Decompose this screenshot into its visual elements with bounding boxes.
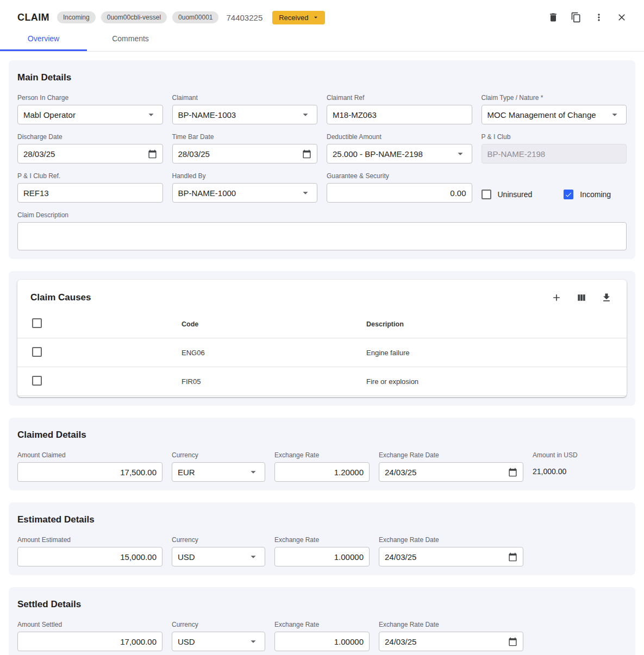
more-menu-button[interactable]: [593, 11, 605, 23]
handled-by-field: Handled By BP-NAME-1000: [172, 172, 318, 203]
pi-club-ref-field: P & I Club Ref.: [17, 172, 163, 203]
deductible-amount-field: Deductible Amount 25.000 - BP-NAME-2198: [327, 133, 472, 163]
pi-club-ref-input[interactable]: [23, 188, 157, 198]
person-in-charge-select[interactable]: Mabl Operator: [17, 105, 163, 124]
deductible-amount-select[interactable]: 25.000 - BP-NAME-2198: [327, 144, 472, 163]
amount-estimated-input[interactable]: [23, 552, 157, 562]
kebab-menu-icon: [593, 12, 604, 23]
claimant-ref-input[interactable]: [333, 110, 466, 119]
add-cause-button[interactable]: [551, 292, 562, 304]
time-bar-date-input[interactable]: [178, 149, 303, 159]
download-button[interactable]: [601, 292, 612, 304]
calendar-icon[interactable]: [148, 149, 157, 159]
discharge-date-input[interactable]: [23, 149, 148, 159]
estimated-currency-select[interactable]: USD: [172, 547, 265, 566]
column-header-description: Description: [358, 310, 627, 338]
field-label: Guarantee & Security: [327, 172, 472, 180]
select-all-checkbox[interactable]: [32, 318, 42, 328]
guarantee-security-input[interactable]: [333, 188, 466, 198]
tab-bar: Overview Comments: [0, 27, 644, 52]
claim-type-field: Claim Type / Nature * MOC Management of …: [482, 94, 627, 124]
settled-exchange-rate-input[interactable]: [280, 637, 364, 646]
close-icon: [616, 12, 627, 23]
amount-claimed-input[interactable]: [23, 468, 157, 477]
uninsured-checkbox-row[interactable]: Uninsured: [482, 190, 533, 199]
status-badge[interactable]: Received: [272, 11, 325, 24]
estimated-exchange-rate-input[interactable]: [280, 552, 364, 562]
field-label: Claim Type / Nature *: [482, 94, 627, 102]
field-label: Exchange Rate: [274, 451, 370, 459]
claim-causes-card: Claim Causes: [17, 280, 627, 397]
chevron-down-icon: [609, 109, 621, 121]
settled-currency-select[interactable]: USD: [172, 632, 265, 651]
claimed-details-panel: Claimed Details Amount Claimed Currency …: [9, 418, 635, 490]
amount-settled-input[interactable]: [23, 637, 157, 646]
table-row[interactable]: FIR05 Fire or explosion: [17, 367, 627, 396]
section-title-settled-details: Settled Details: [17, 599, 627, 610]
field-label: Exchange Rate: [274, 536, 370, 544]
tab-comments[interactable]: Comments: [87, 27, 174, 51]
field-label: Exchange Rate Date: [379, 451, 523, 459]
download-icon: [601, 292, 612, 303]
handled-by-select[interactable]: BP-NAME-1000: [172, 183, 318, 203]
trash-icon: [548, 12, 559, 23]
person-in-charge-field: Person In Charge Mabl Operator: [17, 94, 163, 124]
row-checkbox[interactable]: [32, 347, 42, 357]
claimed-currency-field: Currency EUR: [172, 451, 265, 482]
field-label: Handled By: [172, 172, 318, 180]
row-checkbox[interactable]: [32, 376, 42, 386]
settled-exchange-rate-date-input[interactable]: [385, 637, 508, 646]
claimed-exchange-rate-input[interactable]: [280, 468, 364, 477]
calendar-icon[interactable]: [302, 149, 311, 159]
uninsured-checkbox[interactable]: [482, 190, 491, 199]
estimated-currency-field: Currency USD: [172, 536, 265, 566]
estimated-exchange-rate-date-input[interactable]: [385, 552, 508, 562]
column-header-code: Code: [173, 310, 358, 338]
claim-number: 74403225: [226, 13, 262, 22]
chevron-down-icon: [247, 466, 259, 478]
tab-overview[interactable]: Overview: [0, 27, 87, 51]
chip-incoming: Incoming: [57, 11, 96, 23]
guarantee-security-field: Guarantee & Security: [327, 172, 472, 203]
claim-causes-table: Code Description ENG06 Engine failure: [17, 310, 627, 396]
incoming-checkbox-row[interactable]: Incoming: [564, 190, 611, 199]
cause-description: Engine failure: [358, 338, 627, 367]
plus-icon: [551, 292, 562, 303]
close-button[interactable]: [616, 11, 628, 23]
delete-button[interactable]: [547, 11, 559, 23]
field-label: Claimant: [172, 94, 318, 102]
claim-description-input[interactable]: [17, 222, 627, 250]
calendar-icon[interactable]: [508, 468, 517, 477]
time-bar-date-field: Time Bar Date: [172, 133, 318, 163]
claimant-select[interactable]: BP-NAME-1003: [172, 105, 318, 124]
field-label: Deductible Amount: [327, 133, 472, 141]
settled-exchange-rate-field: Exchange Rate: [274, 621, 370, 651]
calendar-icon[interactable]: [508, 637, 517, 646]
cause-code: FIR05: [173, 367, 358, 396]
page-title: CLAIM: [17, 12, 49, 23]
chevron-down-icon: [145, 109, 157, 121]
columns-icon: [576, 292, 587, 303]
incoming-checkbox[interactable]: [564, 190, 573, 199]
cause-description: Fire or explosion: [358, 367, 627, 396]
field-label: Discharge Date: [17, 133, 163, 141]
claimed-exchange-rate-date-input[interactable]: [385, 468, 508, 477]
claim-description-field: Claim Description: [17, 211, 627, 250]
field-label: Currency: [172, 536, 265, 544]
main-details-checkboxes: Uninsured Incoming: [482, 172, 627, 203]
estimated-exchange-rate-date-field: Exchange Rate Date: [379, 536, 523, 566]
claim-type-select[interactable]: MOC Management of Change: [482, 105, 627, 124]
settled-details-panel: Settled Details Amount Settled Currency …: [9, 587, 635, 655]
copy-button[interactable]: [570, 11, 582, 23]
claimed-exchange-rate-field: Exchange Rate: [274, 451, 370, 482]
calendar-icon[interactable]: [508, 552, 517, 562]
chevron-down-icon: [312, 14, 320, 21]
claimed-currency-select[interactable]: EUR: [172, 462, 265, 482]
section-title-claim-causes: Claim Causes: [30, 292, 91, 303]
amount-claimed-field: Amount Claimed: [17, 451, 162, 482]
pi-club-readonly: BP-NAME-2198: [482, 144, 627, 163]
status-label: Received: [279, 14, 308, 22]
content-area: Main Details Person In Charge Mabl Opera…: [0, 52, 644, 655]
table-row[interactable]: ENG06 Engine failure: [17, 338, 627, 367]
columns-button[interactable]: [576, 292, 587, 304]
